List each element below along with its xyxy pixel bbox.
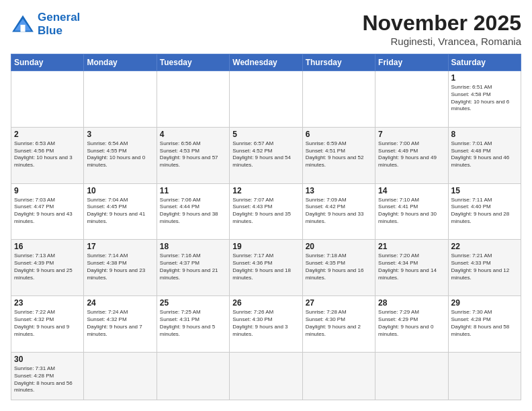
calendar-week-3: 9Sunrise: 7:03 AM Sunset: 4:47 PM Daylig… <box>11 183 521 240</box>
calendar-cell <box>157 352 229 400</box>
day-info: Sunrise: 7:10 AM Sunset: 4:41 PM Dayligh… <box>378 197 445 226</box>
day-number: 18 <box>160 242 226 251</box>
day-info: Sunrise: 6:53 AM Sunset: 4:56 PM Dayligh… <box>14 140 81 169</box>
calendar-cell: 17Sunrise: 7:14 AM Sunset: 4:38 PM Dayli… <box>84 240 157 296</box>
calendar-header-row: Sunday Monday Tuesday Wednesday Thursday… <box>11 54 521 71</box>
calendar-cell <box>375 71 448 128</box>
calendar-cell: 15Sunrise: 7:11 AM Sunset: 4:40 PM Dayli… <box>448 183 521 240</box>
calendar-cell: 9Sunrise: 7:03 AM Sunset: 4:47 PM Daylig… <box>11 183 84 240</box>
calendar-cell <box>84 352 157 400</box>
day-number: 26 <box>232 298 299 308</box>
calendar-cell <box>448 352 521 400</box>
calendar-table: Sunday Monday Tuesday Wednesday Thursday… <box>11 54 521 400</box>
logo-line2: Blue <box>38 24 80 38</box>
calendar-week-5: 23Sunrise: 7:22 AM Sunset: 4:32 PM Dayli… <box>11 296 521 353</box>
calendar-cell <box>230 352 302 400</box>
calendar-cell: 18Sunrise: 7:16 AM Sunset: 4:37 PM Dayli… <box>157 240 229 296</box>
day-info: Sunrise: 7:30 AM Sunset: 4:28 PM Dayligh… <box>451 309 518 338</box>
calendar-cell: 29Sunrise: 7:30 AM Sunset: 4:28 PM Dayli… <box>448 296 521 353</box>
day-info: Sunrise: 6:59 AM Sunset: 4:51 PM Dayligh… <box>306 140 372 169</box>
calendar-cell: 20Sunrise: 7:18 AM Sunset: 4:35 PM Dayli… <box>302 240 375 296</box>
calendar-cell: 16Sunrise: 7:13 AM Sunset: 4:39 PM Dayli… <box>11 240 84 296</box>
calendar-cell: 11Sunrise: 7:06 AM Sunset: 4:44 PM Dayli… <box>157 183 229 240</box>
calendar-cell <box>11 71 84 128</box>
day-number: 12 <box>232 186 299 195</box>
day-info: Sunrise: 7:03 AM Sunset: 4:47 PM Dayligh… <box>14 197 81 226</box>
header-friday: Friday <box>375 54 448 71</box>
day-number: 11 <box>160 186 226 195</box>
calendar-cell: 1Sunrise: 6:51 AM Sunset: 4:58 PM Daylig… <box>448 71 521 128</box>
logo-text: General Blue <box>38 11 80 38</box>
day-number: 29 <box>451 298 518 308</box>
day-number: 9 <box>14 186 81 195</box>
location: Ruginesti, Vrancea, Romania <box>362 36 521 47</box>
day-info: Sunrise: 7:31 AM Sunset: 4:28 PM Dayligh… <box>14 365 81 394</box>
day-info: Sunrise: 7:13 AM Sunset: 4:39 PM Dayligh… <box>14 253 81 281</box>
day-number: 16 <box>14 242 81 251</box>
day-number: 21 <box>378 242 445 251</box>
day-info: Sunrise: 7:00 AM Sunset: 4:49 PM Dayligh… <box>378 140 445 169</box>
calendar-cell <box>157 71 229 128</box>
day-number: 15 <box>451 186 518 195</box>
calendar-cell <box>84 71 157 128</box>
day-number: 19 <box>232 242 299 251</box>
day-number: 30 <box>14 355 81 364</box>
day-number: 2 <box>14 130 81 139</box>
day-number: 20 <box>306 242 372 251</box>
day-number: 10 <box>87 186 153 195</box>
day-number: 6 <box>306 130 372 139</box>
calendar-week-1: 1Sunrise: 6:51 AM Sunset: 4:58 PM Daylig… <box>11 71 521 128</box>
day-number: 5 <box>232 130 299 139</box>
day-number: 22 <box>451 242 518 251</box>
day-info: Sunrise: 6:56 AM Sunset: 4:53 PM Dayligh… <box>160 140 226 169</box>
day-number: 4 <box>160 130 226 139</box>
day-info: Sunrise: 7:29 AM Sunset: 4:29 PM Dayligh… <box>378 309 445 338</box>
logo: General Blue <box>11 11 80 38</box>
day-number: 23 <box>14 298 81 308</box>
day-info: Sunrise: 7:11 AM Sunset: 4:40 PM Dayligh… <box>451 197 518 226</box>
day-info: Sunrise: 7:22 AM Sunset: 4:32 PM Dayligh… <box>14 309 81 338</box>
calendar-cell: 23Sunrise: 7:22 AM Sunset: 4:32 PM Dayli… <box>11 296 84 353</box>
calendar-cell: 19Sunrise: 7:17 AM Sunset: 4:36 PM Dayli… <box>230 240 302 296</box>
calendar-cell <box>230 71 302 128</box>
calendar-cell: 28Sunrise: 7:29 AM Sunset: 4:29 PM Dayli… <box>375 296 448 353</box>
calendar-cell: 21Sunrise: 7:20 AM Sunset: 4:34 PM Dayli… <box>375 240 448 296</box>
day-info: Sunrise: 7:21 AM Sunset: 4:33 PM Dayligh… <box>451 253 518 281</box>
day-number: 1 <box>451 73 518 83</box>
calendar-cell: 27Sunrise: 7:28 AM Sunset: 4:30 PM Dayli… <box>302 296 375 353</box>
day-number: 8 <box>451 130 518 139</box>
day-info: Sunrise: 7:24 AM Sunset: 4:32 PM Dayligh… <box>87 309 153 338</box>
day-number: 13 <box>306 186 372 195</box>
header: General Blue November 2025 Ruginesti, Vr… <box>11 11 521 47</box>
calendar-cell: 30Sunrise: 7:31 AM Sunset: 4:28 PM Dayli… <box>11 352 84 400</box>
logo-icon <box>11 14 35 34</box>
day-number: 17 <box>87 242 153 251</box>
day-info: Sunrise: 6:57 AM Sunset: 4:52 PM Dayligh… <box>232 140 299 169</box>
day-number: 25 <box>160 298 226 308</box>
day-info: Sunrise: 7:07 AM Sunset: 4:43 PM Dayligh… <box>232 197 299 226</box>
calendar-cell: 26Sunrise: 7:26 AM Sunset: 4:30 PM Dayli… <box>230 296 302 353</box>
day-info: Sunrise: 7:06 AM Sunset: 4:44 PM Dayligh… <box>160 197 226 226</box>
header-sunday: Sunday <box>11 54 84 71</box>
day-number: 28 <box>378 298 445 308</box>
calendar-cell: 7Sunrise: 7:00 AM Sunset: 4:49 PM Daylig… <box>375 127 448 183</box>
header-tuesday: Tuesday <box>157 54 229 71</box>
svg-rect-2 <box>20 25 25 32</box>
calendar-cell: 22Sunrise: 7:21 AM Sunset: 4:33 PM Dayli… <box>448 240 521 296</box>
header-saturday: Saturday <box>448 54 521 71</box>
calendar-cell: 3Sunrise: 6:54 AM Sunset: 4:55 PM Daylig… <box>84 127 157 183</box>
month-title: November 2025 <box>362 11 521 36</box>
day-number: 24 <box>87 298 153 308</box>
calendar-cell: 12Sunrise: 7:07 AM Sunset: 4:43 PM Dayli… <box>230 183 302 240</box>
day-info: Sunrise: 7:09 AM Sunset: 4:42 PM Dayligh… <box>306 197 372 226</box>
day-number: 14 <box>378 186 445 195</box>
calendar-week-4: 16Sunrise: 7:13 AM Sunset: 4:39 PM Dayli… <box>11 240 521 296</box>
day-info: Sunrise: 7:28 AM Sunset: 4:30 PM Dayligh… <box>306 309 372 338</box>
calendar-cell: 4Sunrise: 6:56 AM Sunset: 4:53 PM Daylig… <box>157 127 229 183</box>
calendar-cell <box>302 352 375 400</box>
day-number: 7 <box>378 130 445 139</box>
day-info: Sunrise: 7:26 AM Sunset: 4:30 PM Dayligh… <box>232 309 299 338</box>
day-info: Sunrise: 6:51 AM Sunset: 4:58 PM Dayligh… <box>451 84 518 113</box>
day-info: Sunrise: 7:04 AM Sunset: 4:45 PM Dayligh… <box>87 197 153 226</box>
day-info: Sunrise: 7:20 AM Sunset: 4:34 PM Dayligh… <box>378 253 445 281</box>
